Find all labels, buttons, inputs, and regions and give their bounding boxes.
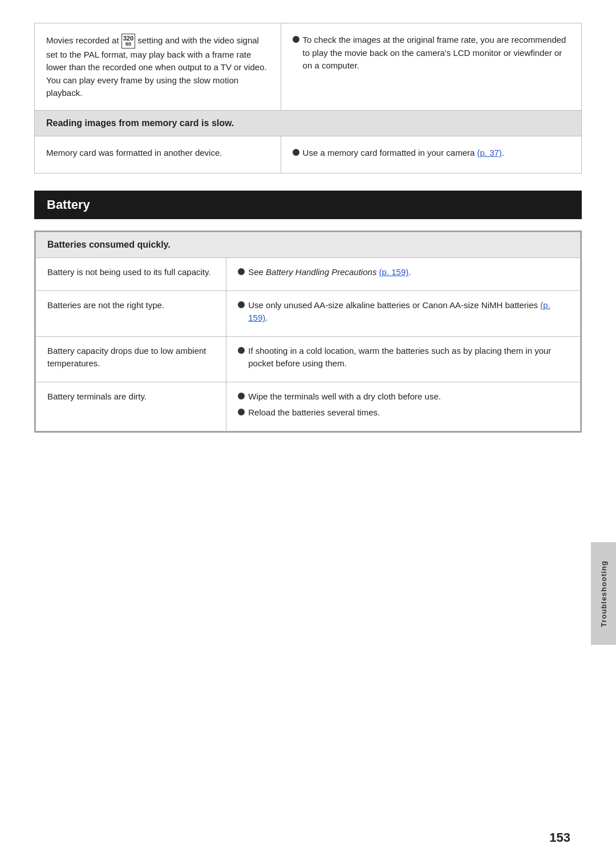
reading-link[interactable]: (p. 37) bbox=[477, 148, 502, 158]
battery-row-3-right: If shooting in a cold location, warm the… bbox=[226, 336, 581, 382]
side-tab-label: Troubleshooting bbox=[599, 560, 608, 627]
bullet-icon bbox=[238, 347, 245, 354]
reading-right-cell: Use a memory card formatted in your came… bbox=[281, 136, 581, 173]
battery-row-3-left: Battery capacity drops due to low ambien… bbox=[36, 336, 226, 382]
battery-row-4-right-text-1: Wipe the terminals well with a dry cloth… bbox=[248, 390, 569, 403]
battery-row-3-bullet: If shooting in a cold location, warm the… bbox=[238, 345, 569, 370]
reading-heading: Reading images from memory card is slow. bbox=[35, 110, 582, 136]
battery-row-1: Battery is not being used to its full ca… bbox=[36, 258, 581, 291]
battery-row-1-right: See Battery Handling Precautions (p. 159… bbox=[226, 258, 581, 291]
battery-row-3-left-text: Battery capacity drops due to low ambien… bbox=[47, 346, 206, 369]
reading-left-text: Memory card was formatted in another dev… bbox=[46, 148, 222, 158]
reading-left-cell: Memory card was formatted in another dev… bbox=[35, 136, 281, 173]
bullet-icon bbox=[293, 36, 299, 43]
movies-text: Movies recorded at 32060 setting and wit… bbox=[46, 35, 267, 98]
movies-right-text: To check the images at the original fram… bbox=[303, 34, 570, 72]
reading-right-main: Use a memory card formatted in your came… bbox=[303, 148, 475, 158]
movies-left-cell: Movies recorded at 32060 setting and wit… bbox=[35, 23, 281, 111]
battery-handling-text: Battery Handling Precautions bbox=[266, 267, 376, 277]
battery-row-1-bullet: See Battery Handling Precautions (p. 159… bbox=[238, 266, 569, 279]
movie-icon: 32060 bbox=[121, 34, 135, 49]
movies-bullet-item: To check the images at the original fram… bbox=[293, 34, 570, 72]
batteries-heading-row: Batteries consumed quickly. bbox=[36, 232, 581, 258]
batteries-heading: Batteries consumed quickly. bbox=[36, 232, 581, 258]
battery-row-1-left: Battery is not being used to its full ca… bbox=[36, 258, 226, 291]
battery-row-1-left-text: Battery is not being used to its full ca… bbox=[47, 267, 211, 277]
movies-right-cell: To check the images at the original fram… bbox=[281, 23, 581, 111]
battery-row-4-bullet-1: Wipe the terminals well with a dry cloth… bbox=[238, 390, 569, 403]
battery-row-2-left-text: Batteries are not the right type. bbox=[47, 300, 164, 310]
top-section-table: Movies recorded at 32060 setting and wit… bbox=[34, 23, 582, 173]
battery-row-4-bullet-2: Reload the batteries several times. bbox=[238, 406, 569, 419]
bullet-icon bbox=[238, 301, 245, 308]
battery-header: Battery bbox=[34, 191, 582, 219]
page-number: 153 bbox=[549, 830, 570, 845]
reading-right-text: Use a memory card formatted in your came… bbox=[303, 147, 570, 160]
bullet-icon bbox=[238, 409, 245, 415]
side-tab: Troubleshooting bbox=[591, 542, 616, 645]
battery-row-4-right-text-2: Reload the batteries several times. bbox=[248, 406, 569, 419]
reading-heading-row: Reading images from memory card is slow. bbox=[35, 110, 582, 136]
battery-row-3-right-text: If shooting in a cold location, warm the… bbox=[248, 345, 569, 370]
battery-row-2-left: Batteries are not the right type. bbox=[36, 290, 226, 336]
battery-row-3: Battery capacity drops due to low ambien… bbox=[36, 336, 581, 382]
battery-row-4-left: Battery terminals are dirty. bbox=[36, 382, 226, 431]
battery-row-4-left-text: Battery terminals are dirty. bbox=[47, 391, 147, 401]
bullet-icon bbox=[238, 393, 245, 399]
battery-row-1-right-text: See Battery Handling Precautions (p. 159… bbox=[248, 266, 569, 279]
battery-row-1-link[interactable]: (p. 159) bbox=[379, 267, 409, 277]
battery-row-2-right: Use only unused AA-size alkaline batteri… bbox=[226, 290, 581, 336]
battery-section: Batteries consumed quickly. Battery is n… bbox=[34, 231, 582, 433]
bullet-icon bbox=[238, 268, 245, 275]
battery-row-2-link[interactable]: (p. 159) bbox=[248, 300, 550, 323]
page: Movies recorded at 32060 setting and wit… bbox=[0, 0, 616, 868]
battery-row-4-right: Wipe the terminals well with a dry cloth… bbox=[226, 382, 581, 431]
battery-table: Batteries consumed quickly. Battery is n… bbox=[35, 232, 581, 431]
battery-row-4: Battery terminals are dirty. Wipe the te… bbox=[36, 382, 581, 431]
reading-bullet-item: Use a memory card formatted in your came… bbox=[293, 147, 570, 160]
battery-row-2: Batteries are not the right type. Use on… bbox=[36, 290, 581, 336]
bullet-icon bbox=[293, 149, 299, 156]
battery-row-2-bullet: Use only unused AA-size alkaline batteri… bbox=[238, 299, 569, 325]
battery-row-2-right-text: Use only unused AA-size alkaline batteri… bbox=[248, 299, 569, 325]
